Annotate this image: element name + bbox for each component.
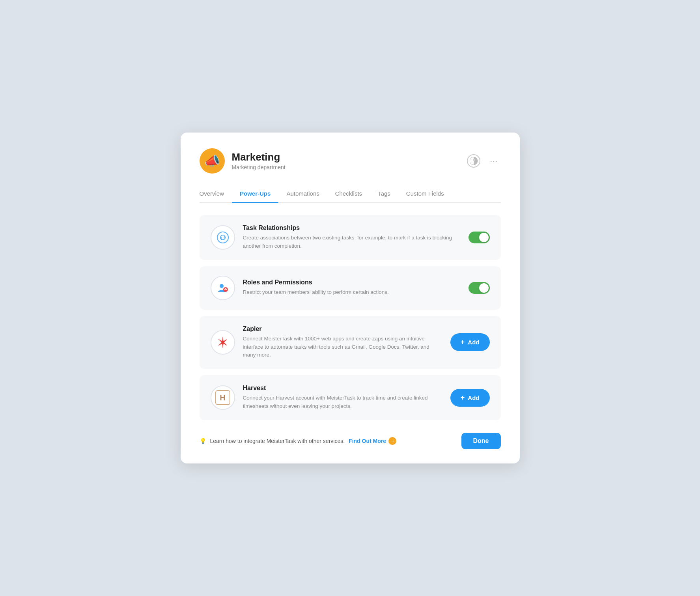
harvest-add-label: Add bbox=[468, 394, 479, 401]
tip-text: Learn how to integrate MeisterTask with … bbox=[210, 438, 345, 444]
zapier-action: + Add bbox=[450, 333, 490, 351]
svg-point-3 bbox=[217, 232, 228, 243]
powerups-list: Task Relationships Create associations b… bbox=[200, 215, 501, 420]
tip-icon: 💡 bbox=[200, 438, 206, 444]
roles-permissions-action bbox=[469, 282, 490, 294]
task-relationships-content: Task Relationships Create associations b… bbox=[243, 224, 461, 250]
tab-custom-fields[interactable]: Custom Fields bbox=[398, 186, 452, 202]
harvest-content: Harvest Connect your Harvest account wit… bbox=[243, 385, 442, 411]
roles-permissions-title: Roles and Permissions bbox=[243, 279, 461, 286]
find-out-more-link[interactable]: Find Out More → bbox=[349, 437, 396, 445]
header-actions: ⋯ bbox=[467, 154, 501, 168]
more-options-button[interactable]: ⋯ bbox=[487, 154, 501, 168]
task-relationships-icon bbox=[211, 225, 235, 250]
task-relationships-desc: Create associations between two existing… bbox=[243, 234, 461, 250]
task-relationships-action bbox=[469, 232, 490, 243]
project-info: Marketing Marketing department bbox=[232, 151, 286, 170]
harvest-desc: Connect your Harvest account with Meiste… bbox=[243, 394, 442, 411]
harvest-add-plus-icon: + bbox=[461, 394, 465, 402]
powerup-harvest: H Harvest Connect your Harvest account w… bbox=[200, 375, 501, 420]
project-icon: 📣 bbox=[200, 148, 225, 174]
tab-automations[interactable]: Automations bbox=[278, 186, 327, 202]
project-description: Marketing department bbox=[232, 164, 286, 170]
modal-header: 📣 Marketing Marketing department bbox=[200, 148, 501, 174]
zapier-desc: Connect MeisterTask with 1000+ web apps … bbox=[243, 335, 442, 360]
svg-marker-10 bbox=[218, 337, 227, 348]
zapier-add-plus-icon: + bbox=[461, 338, 465, 346]
svg-point-4 bbox=[220, 284, 224, 288]
zapier-title: Zapier bbox=[243, 325, 442, 333]
svg-point-2 bbox=[473, 161, 474, 163]
powerup-roles-permissions: Roles and Permissions Restrict your team… bbox=[200, 266, 501, 310]
zapier-content: Zapier Connect MeisterTask with 1000+ we… bbox=[243, 325, 442, 360]
harvest-h-icon: H bbox=[215, 390, 230, 405]
footer-info: 💡 Learn how to integrate MeisterTask wit… bbox=[200, 437, 397, 445]
harvest-icon: H bbox=[211, 385, 235, 410]
roles-permissions-content: Roles and Permissions Restrict your team… bbox=[243, 279, 461, 297]
harvest-action: + Add bbox=[450, 389, 490, 407]
tab-overview[interactable]: Overview bbox=[200, 186, 232, 202]
roles-permissions-toggle[interactable] bbox=[469, 282, 490, 294]
project-name: Marketing bbox=[232, 151, 286, 163]
svg-point-1 bbox=[473, 159, 474, 161]
zapier-icon bbox=[211, 330, 235, 355]
roles-permissions-icon bbox=[211, 276, 235, 300]
harvest-add-button[interactable]: + Add bbox=[450, 389, 490, 407]
roles-permissions-desc: Restrict your team members' ability to p… bbox=[243, 288, 461, 297]
arrow-right-icon: → bbox=[388, 437, 396, 445]
header-left: 📣 Marketing Marketing department bbox=[200, 148, 286, 174]
modal-footer: 💡 Learn how to integrate MeisterTask wit… bbox=[200, 433, 501, 449]
powerup-zapier: Zapier Connect MeisterTask with 1000+ we… bbox=[200, 316, 501, 369]
tab-power-ups[interactable]: Power-Ups bbox=[232, 186, 278, 202]
tab-tags[interactable]: Tags bbox=[370, 186, 398, 202]
svg-point-9 bbox=[225, 289, 226, 290]
harvest-title: Harvest bbox=[243, 385, 442, 392]
powerup-task-relationships: Task Relationships Create associations b… bbox=[200, 215, 501, 260]
zapier-add-button[interactable]: + Add bbox=[450, 333, 490, 351]
privacy-button[interactable] bbox=[467, 154, 480, 168]
modal: 📣 Marketing Marketing department bbox=[181, 133, 520, 463]
nav-tabs: Overview Power-Ups Automations Checklist… bbox=[200, 186, 501, 203]
tab-checklists[interactable]: Checklists bbox=[327, 186, 370, 202]
task-relationships-toggle[interactable] bbox=[469, 232, 490, 243]
done-button[interactable]: Done bbox=[461, 433, 501, 449]
find-out-more-label: Find Out More bbox=[349, 438, 386, 444]
zapier-add-label: Add bbox=[468, 339, 479, 346]
task-relationships-title: Task Relationships bbox=[243, 224, 461, 232]
